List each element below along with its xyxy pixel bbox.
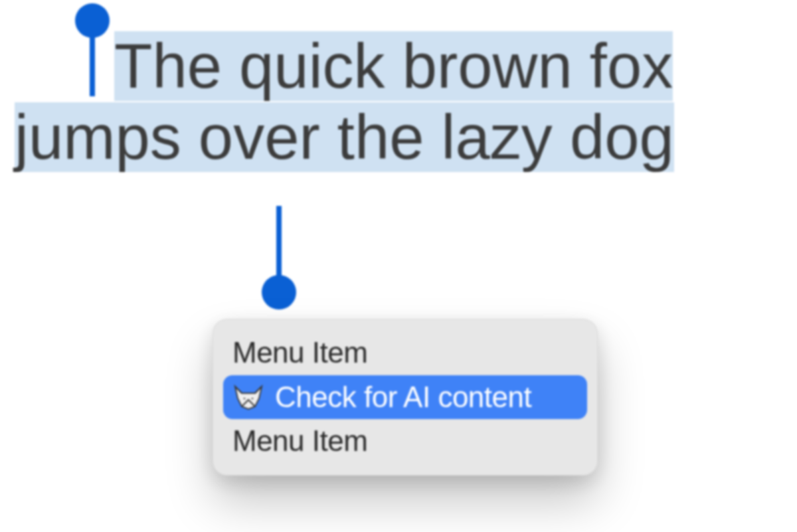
context-menu: Menu Item Check for AI content Menu Item: [213, 319, 598, 476]
fox-icon: [232, 384, 264, 410]
selected-text[interactable]: The quick brown fox jumps over the lazy …: [15, 31, 772, 173]
menu-item-label: Menu Item: [232, 424, 367, 458]
menu-item-label: Menu Item: [232, 336, 367, 370]
menu-item-check-ai[interactable]: Check for AI content: [223, 375, 587, 420]
selection-text: The quick brown fox jumps over the lazy …: [15, 31, 674, 172]
svg-point-1: [252, 398, 253, 399]
selection-handle-start[interactable]: [75, 3, 110, 38]
menu-item-label: Check for AI content: [275, 381, 531, 414]
svg-point-0: [244, 398, 245, 399]
selection-handle-end[interactable]: [262, 275, 296, 310]
menu-item[interactable]: Menu Item: [223, 331, 587, 375]
menu-item[interactable]: Menu Item: [223, 419, 587, 464]
